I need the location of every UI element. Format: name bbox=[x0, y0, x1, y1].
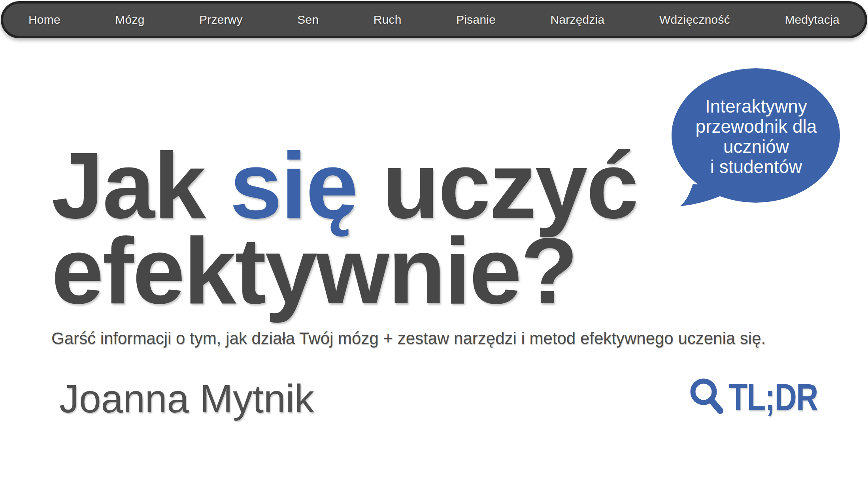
nav-item-mozg[interactable]: Mózg bbox=[115, 13, 144, 26]
nav-item-pisanie[interactable]: Pisanie bbox=[456, 13, 496, 26]
title-line2: efektywnie? bbox=[51, 218, 577, 323]
nav-item-wdziecznosc[interactable]: Wdzięczność bbox=[659, 13, 730, 26]
bubble-line: i studentów bbox=[710, 157, 802, 177]
magnifier-icon[interactable] bbox=[688, 377, 726, 418]
bubble-line: uczniów bbox=[723, 137, 789, 157]
main-navbar: Home Mózg Przerwy Sen Ruch Pisanie Narzę… bbox=[1, 1, 867, 38]
nav-item-ruch[interactable]: Ruch bbox=[374, 13, 402, 26]
bubble-line: przewodnik dla bbox=[696, 117, 817, 137]
author-name: Joanna Mytnik bbox=[59, 376, 314, 421]
tldr-link[interactable]: TL;DR bbox=[688, 374, 840, 420]
bubble-line: Interaktywny bbox=[705, 96, 807, 117]
nav-item-przerwy[interactable]: Przerwy bbox=[199, 13, 243, 26]
speech-bubble-text: Interaktywny przewodnik dla uczniów i st… bbox=[671, 66, 841, 208]
nav-item-home[interactable]: Home bbox=[28, 13, 60, 26]
nav-item-sen[interactable]: Sen bbox=[297, 13, 319, 26]
nav-item-narzedzia[interactable]: Narzędzia bbox=[551, 13, 605, 26]
page: Home Mózg Przerwy Sen Ruch Pisanie Narzę… bbox=[0, 0, 868, 485]
tldr-label[interactable]: TL;DR bbox=[729, 375, 818, 419]
page-title: Jak się uczyćefektywnie? bbox=[51, 143, 638, 314]
speech-bubble-badge: Interaktywny przewodnik dla uczniów i st… bbox=[671, 66, 841, 208]
page-subtitle: Garść informacji o tym, jak działa Twój … bbox=[51, 329, 766, 348]
nav-item-medytacja[interactable]: Medytacja bbox=[785, 13, 840, 26]
